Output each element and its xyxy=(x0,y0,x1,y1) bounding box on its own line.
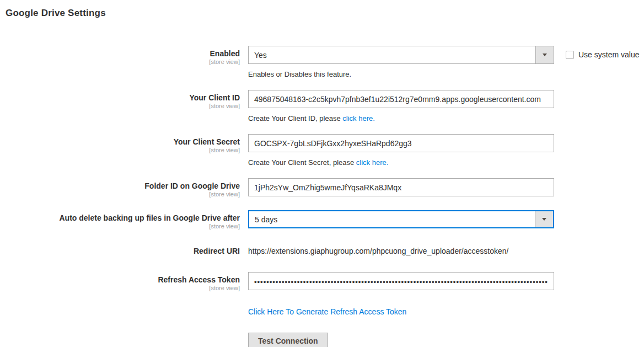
client-id-scope-label: [store view] xyxy=(6,102,240,110)
folder-id-control-col xyxy=(248,178,554,196)
field-row-auto-delete: Auto delete backing up files in Google D… xyxy=(6,210,644,230)
test-connection-button[interactable]: Test Connection xyxy=(248,333,328,347)
page-title: Google Drive Settings xyxy=(6,8,644,19)
google-drive-settings-page: Google Drive Settings Enabled [store vie… xyxy=(0,0,644,347)
redirect-uri-control-col: https://extensions.giaphugroup.com/phpcu… xyxy=(248,243,554,256)
auto-delete-select-value: 5 days xyxy=(249,211,535,227)
folder-id-label-col: Folder ID on Google Drive [store view] xyxy=(6,178,240,198)
field-row-client-id: Your Client ID [store view] Create Your … xyxy=(6,90,644,123)
client-secret-click-here-link[interactable]: click here. xyxy=(356,158,389,167)
client-secret-label-col: Your Client Secret [store view] xyxy=(6,134,240,154)
field-row-refresh-token: Refresh Access Token [store view] xyxy=(6,272,644,292)
field-row-folder-id: Folder ID on Google Drive [store view] xyxy=(6,178,644,198)
field-row-redirect-uri: Redirect URI https://extensions.giaphugr… xyxy=(6,243,644,256)
redirect-uri-label: Redirect URI xyxy=(6,247,240,255)
use-system-value-label: Use system value xyxy=(578,50,639,59)
enabled-control-col: Yes Enables or Disables this feature. xyxy=(248,46,554,79)
folder-id-label: Folder ID on Google Drive xyxy=(6,181,240,190)
generate-token-row: Click Here To Generate Refresh Access To… xyxy=(6,305,644,317)
chevron-down-icon[interactable] xyxy=(535,211,553,227)
client-secret-note-text: Create Your Client Secret, please xyxy=(248,158,356,167)
auto-delete-control-col: 5 days xyxy=(248,210,554,228)
enabled-note: Enables or Disables this feature. xyxy=(248,70,554,79)
chevron-down-icon[interactable] xyxy=(535,46,554,63)
folder-id-scope-label: [store view] xyxy=(6,190,240,198)
client-id-label-col: Your Client ID [store view] xyxy=(6,90,240,110)
auto-delete-label-col: Auto delete backing up files in Google D… xyxy=(6,210,240,230)
field-row-client-secret: Your Client Secret [store view] Create Y… xyxy=(6,134,644,167)
client-secret-input[interactable] xyxy=(248,134,554,152)
refresh-token-scope-label: [store view] xyxy=(6,284,240,292)
generate-refresh-token-link[interactable]: Click Here To Generate Refresh Access To… xyxy=(248,307,406,316)
refresh-token-label-col: Refresh Access Token [store view] xyxy=(6,272,240,292)
client-secret-control-col: Create Your Client Secret, please click … xyxy=(248,134,554,167)
auto-delete-label: Auto delete backing up files in Google D… xyxy=(6,213,240,222)
client-id-note-text: Create Your Client ID, please xyxy=(248,114,342,122)
refresh-token-label: Refresh Access Token xyxy=(6,275,240,284)
field-row-enabled: Enabled [store view] Yes Enables or Disa… xyxy=(6,46,644,79)
folder-id-input[interactable] xyxy=(248,178,554,196)
auto-delete-scope-label: [store view] xyxy=(6,222,240,230)
use-system-value-checkbox[interactable] xyxy=(566,51,574,59)
enabled-scope-label: [store view] xyxy=(6,58,240,66)
refresh-token-control-col xyxy=(248,272,554,290)
client-id-label: Your Client ID xyxy=(6,93,240,102)
refresh-token-input[interactable] xyxy=(248,272,554,290)
redirect-uri-value: https://extensions.giaphugroup.com/phpcu… xyxy=(248,243,554,256)
auto-delete-select[interactable]: 5 days xyxy=(248,210,554,228)
settings-form: Enabled [store view] Yes Enables or Disa… xyxy=(6,46,644,347)
client-secret-label: Your Client Secret xyxy=(6,137,240,146)
enabled-select[interactable]: Yes xyxy=(248,46,554,64)
client-id-click-here-link[interactable]: click here. xyxy=(342,114,375,122)
client-id-input[interactable] xyxy=(248,90,554,108)
test-connection-row: Test Connection xyxy=(6,333,644,347)
use-system-value-control[interactable]: Use system value xyxy=(566,46,639,59)
enabled-label: Enabled xyxy=(6,49,240,58)
client-id-control-col: Create Your Client ID, please click here… xyxy=(248,90,554,123)
client-secret-scope-label: [store view] xyxy=(6,146,240,154)
enabled-select-value: Yes xyxy=(249,46,535,63)
redirect-uri-label-col: Redirect URI xyxy=(6,243,240,255)
generate-token-link-col: Click Here To Generate Refresh Access To… xyxy=(248,305,554,317)
client-id-note: Create Your Client ID, please click here… xyxy=(248,114,554,123)
client-secret-note: Create Your Client Secret, please click … xyxy=(248,158,554,167)
enabled-label-col: Enabled [store view] xyxy=(6,46,240,66)
